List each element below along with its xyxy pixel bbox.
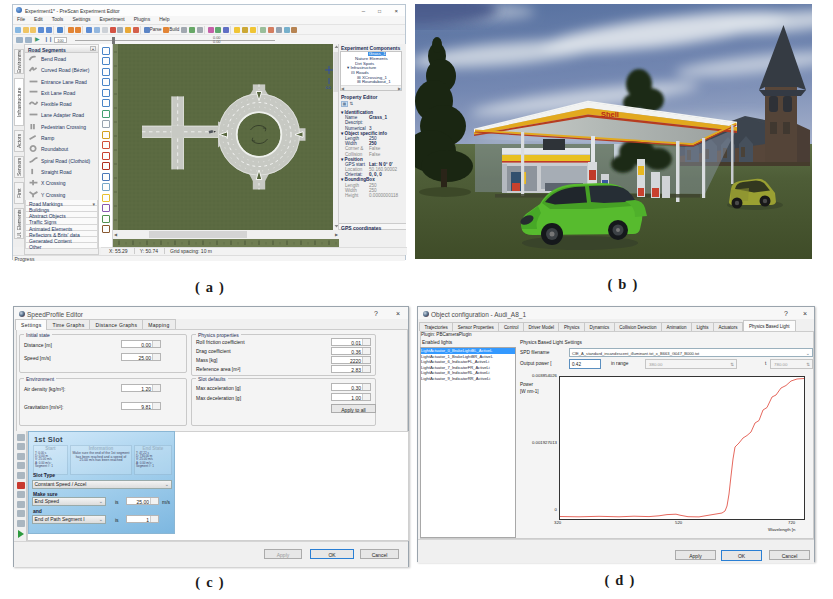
svg-text:Shell: Shell xyxy=(601,110,619,119)
svg-text:0.0: 0.0 xyxy=(326,86,331,90)
